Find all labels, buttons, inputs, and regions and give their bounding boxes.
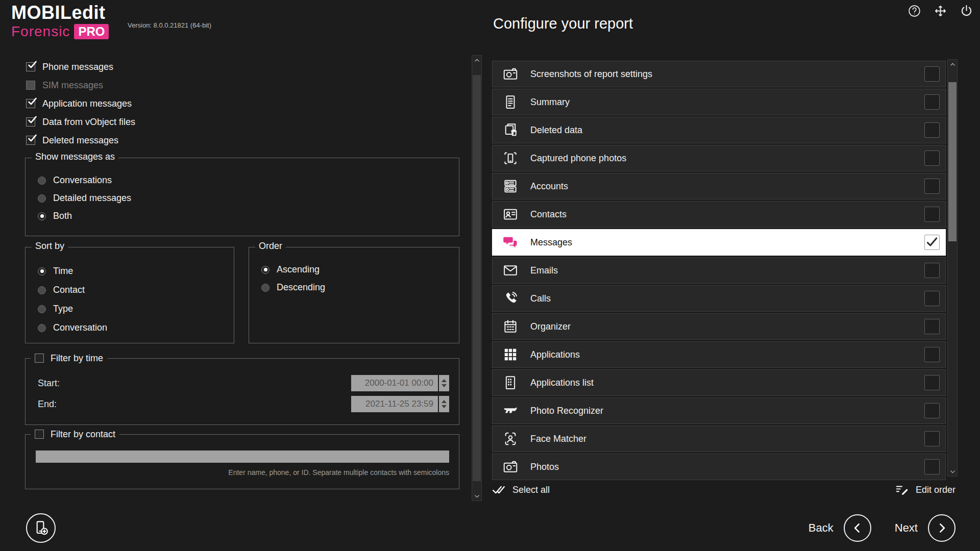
data-from-vobject-files-checkbox[interactable] [26, 117, 35, 127]
chevron-down-icon[interactable] [472, 491, 481, 500]
report-section-checkbox[interactable] [924, 235, 940, 250]
filter-by-time-label: Filter by time [51, 353, 103, 364]
radio-row-ascending[interactable]: Ascending [261, 261, 453, 279]
logo-edition: Forensic [11, 23, 70, 40]
ascending-radio[interactable] [261, 266, 270, 274]
filter-by-time-checkbox[interactable] [35, 354, 44, 363]
scrollbar-track[interactable] [472, 65, 481, 491]
report-section-photos[interactable]: Photos [492, 454, 946, 480]
report-section-checkbox[interactable] [924, 207, 940, 222]
back-button[interactable] [844, 514, 871, 542]
chevron-down-icon[interactable] [948, 467, 957, 476]
type-radio[interactable] [38, 305, 46, 313]
checkbox-row-phone-messages[interactable]: Phone messages [26, 58, 135, 76]
checkbox-row-data-from-vobject-files[interactable]: Data from vObject files [26, 113, 135, 131]
end-date-input[interactable]: 2021-11-25 23:59 [351, 396, 438, 412]
scrollbar-thumb[interactable] [473, 75, 481, 481]
report-section-checkbox[interactable] [924, 459, 940, 474]
select-all-button[interactable]: Select all [492, 483, 550, 496]
time-radio[interactable] [38, 267, 46, 276]
checkbox-label: Application messages [42, 98, 132, 109]
conversation-radio[interactable] [38, 324, 46, 332]
report-section-checkbox[interactable] [924, 151, 940, 166]
radio-row-detailed-messages[interactable]: Detailed messages [38, 189, 453, 207]
start-label: Start: [38, 378, 60, 389]
report-section-captured-phone-photos[interactable]: Captured phone photos [492, 145, 946, 171]
contact-filter-input[interactable] [36, 450, 449, 463]
report-section-contacts[interactable]: Contacts [492, 201, 946, 228]
report-section-checkbox[interactable] [924, 431, 940, 446]
report-list-scrollbar[interactable] [947, 59, 958, 477]
radio-row-type[interactable]: Type [38, 299, 228, 318]
edit-order-icon [895, 483, 909, 496]
start-date-stepper[interactable] [439, 375, 449, 391]
report-section-checkbox[interactable] [924, 403, 940, 418]
report-section-label: Applications [530, 349, 580, 360]
report-section-messages[interactable]: Messages [492, 229, 946, 256]
report-section-applications-list[interactable]: Applications list [492, 369, 946, 396]
deleted-messages-checkbox[interactable] [26, 136, 35, 145]
report-section-face-matcher[interactable]: Face Matcher [492, 425, 946, 452]
conversations-radio[interactable] [38, 177, 46, 185]
report-section-checkbox[interactable] [924, 66, 940, 82]
report-section-checkbox[interactable] [924, 122, 940, 138]
power-icon[interactable] [960, 4, 973, 18]
report-section-summary[interactable]: Summary [492, 89, 946, 115]
report-section-checkbox[interactable] [924, 375, 940, 390]
chevron-up-icon[interactable] [472, 56, 481, 65]
stepper-down-icon[interactable] [442, 384, 447, 387]
radio-row-time[interactable]: Time [38, 262, 228, 281]
application-messages-checkbox[interactable] [26, 99, 35, 108]
sim-messages-checkbox[interactable] [26, 81, 35, 90]
end-date-control: 2021-11-25 23:59 [351, 396, 449, 412]
checkbox-row-sim-messages[interactable]: SIM messages [26, 76, 135, 94]
report-section-checkbox[interactable] [924, 291, 940, 306]
chevron-up-icon[interactable] [948, 60, 957, 69]
radio-row-descending[interactable]: Descending [261, 279, 453, 296]
radio-row-contact[interactable]: Contact [38, 281, 228, 299]
next-button[interactable] [928, 514, 955, 542]
contact-radio[interactable] [38, 286, 46, 294]
radio-row-conversations[interactable]: Conversations [38, 171, 453, 189]
report-section-checkbox[interactable] [924, 347, 940, 362]
end-date-stepper[interactable] [439, 396, 449, 412]
add-phone-button[interactable] [26, 513, 56, 543]
descending-radio[interactable] [261, 284, 270, 292]
scrollbar-thumb[interactable] [948, 82, 957, 241]
report-section-accounts[interactable]: Accounts [492, 173, 946, 199]
both-radio[interactable] [38, 212, 46, 220]
report-section-emails[interactable]: Emails [492, 257, 946, 284]
phone-messages-checkbox[interactable] [26, 62, 35, 71]
app-window: MOBILedit Forensic PRO Version: 8.0.0.21… [0, 0, 980, 551]
report-section-checkbox[interactable] [924, 179, 940, 194]
report-section-label: Organizer [530, 321, 571, 332]
end-label: End: [38, 399, 57, 410]
left-panel-scrollbar[interactable] [472, 55, 482, 501]
help-icon[interactable] [908, 4, 921, 18]
report-section-deleted-data[interactable]: Deleted data [492, 117, 946, 143]
report-section-organizer[interactable]: Organizer [492, 313, 946, 340]
scrollbar-track[interactable] [948, 69, 957, 467]
radio-row-conversation[interactable]: Conversation [38, 318, 228, 337]
checkbox-row-application-messages[interactable]: Application messages [26, 94, 135, 113]
stepper-up-icon[interactable] [442, 379, 447, 382]
report-section-screenshots-of-report-settings[interactable]: Screenshots of report settings [492, 61, 946, 87]
radio-row-both[interactable]: Both [38, 207, 453, 225]
start-date-input[interactable]: 2000-01-01 00:00 [351, 375, 438, 391]
report-section-photo-recognizer[interactable]: Photo Recognizer [492, 397, 946, 424]
detailed-messages-radio[interactable] [38, 194, 46, 203]
organizer-icon [503, 319, 518, 334]
move-icon[interactable] [934, 4, 947, 18]
filter-by-contact-checkbox[interactable] [35, 430, 44, 439]
stepper-up-icon[interactable] [442, 400, 447, 403]
report-section-label: Contacts [530, 209, 567, 220]
stepper-down-icon[interactable] [442, 405, 447, 408]
report-section-calls[interactable]: Calls [492, 285, 946, 312]
edit-order-button[interactable]: Edit order [895, 483, 955, 496]
checkbox-row-deleted-messages[interactable]: Deleted messages [26, 131, 135, 149]
report-section-checkbox[interactable] [924, 319, 940, 334]
report-section-checkbox[interactable] [924, 94, 940, 110]
report-section-checkbox[interactable] [924, 263, 940, 278]
filter-by-time-head: Filter by time [31, 352, 107, 365]
report-section-applications[interactable]: Applications [492, 341, 946, 368]
